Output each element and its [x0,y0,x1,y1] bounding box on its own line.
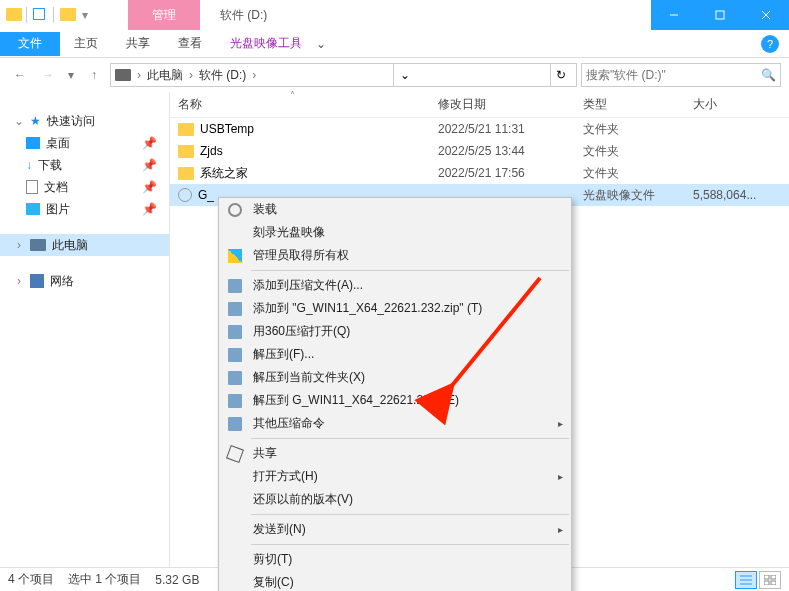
sidebar-item-pictures[interactable]: 图片📌 [0,198,169,220]
file-date: 2022/5/21 17:56 [438,166,583,180]
archive-icon [226,300,244,318]
menu-item[interactable]: 刻录光盘映像 [219,221,571,244]
maximize-button[interactable] [697,0,743,30]
menu-item-label: 剪切(T) [253,551,292,568]
share-icon [226,445,244,463]
status-selection: 选中 1 个项目 [68,571,141,588]
svg-rect-10 [764,581,769,585]
menu-item[interactable]: 管理员取得所有权 [219,244,571,267]
pin-icon: 📌 [142,158,157,172]
menu-item-label: 还原以前的版本(V) [253,491,353,508]
file-name: Zjds [200,144,223,158]
menu-item[interactable]: 添加到 "G_WIN11_X64_22621.232.zip" (T) [219,297,571,320]
contextual-tabs: 管理 软件 (D:) [128,0,287,30]
pc-icon [115,69,131,81]
menu-item-label: 打开方式(H) [253,468,318,485]
minimize-button[interactable] [651,0,697,30]
folder-icon[interactable] [60,8,74,22]
file-name: 系统之家 [200,165,248,182]
pictures-icon [26,203,40,215]
menu-item[interactable]: 解压到(F)... [219,343,571,366]
menu-item[interactable]: 解压到当前文件夹(X) [219,366,571,389]
contextual-tab-manage[interactable]: 管理 [128,0,200,30]
ribbon-tab-disc-tools[interactable]: 光盘映像工具 [216,32,316,56]
file-name: USBTemp [200,122,254,136]
quick-access-toolbar: ▾ [0,0,88,30]
menu-separator [251,544,569,545]
column-header-type[interactable]: 类型 [583,96,693,113]
chevron-right-icon[interactable]: › [189,68,193,82]
pin-icon: 📌 [142,202,157,216]
file-row[interactable]: Zjds2022/5/25 13:44文件夹 [170,140,789,162]
chevron-right-icon[interactable]: › [252,68,256,82]
svg-rect-1 [716,11,724,19]
properties-icon[interactable] [33,8,47,22]
sidebar-item-downloads[interactable]: ↓下载📌 [0,154,169,176]
breadcrumb[interactable]: 此电脑 [147,67,183,84]
menu-item-label: 刻录光盘映像 [253,224,325,241]
menu-item-label: 添加到压缩文件(A)... [253,277,363,294]
column-header-size[interactable]: 大小 [693,96,789,113]
archive-icon [226,277,244,295]
sidebar-item-documents[interactable]: 文档📌 [0,176,169,198]
ribbon-tab-home[interactable]: 主页 [60,32,112,56]
search-icon[interactable]: 🔍 [761,68,776,82]
ribbon-tab-share[interactable]: 共享 [112,32,164,56]
menu-item[interactable]: 其他压缩命令 [219,412,571,435]
menu-item[interactable]: 装载 [219,198,571,221]
file-menu[interactable]: 文件 [0,32,60,56]
file-row[interactable]: 系统之家2022/5/21 17:56文件夹 [170,162,789,184]
menu-item[interactable]: 解压到 G_WIN11_X64_22621.232\ (E) [219,389,571,412]
address-bar-row: ← → ▾ ↑ › 此电脑 › 软件 (D:) › ⌄ ↻ 🔍 [0,58,789,92]
sidebar-this-pc[interactable]: ›此电脑 [0,234,169,256]
menu-item-label: 装载 [253,201,277,218]
star-icon: ★ [30,114,41,128]
search-box[interactable]: 🔍 [581,63,781,87]
address-bar[interactable]: › 此电脑 › 软件 (D:) › ⌄ ↻ [110,63,577,87]
menu-item-label: 添加到 "G_WIN11_X64_22621.232.zip" (T) [253,300,482,317]
forward-button[interactable]: → [36,63,60,87]
menu-item[interactable]: 添加到压缩文件(A)... [219,274,571,297]
archive-icon [226,415,244,433]
sidebar-network[interactable]: ›网络 [0,270,169,292]
close-button[interactable] [743,0,789,30]
help-button[interactable]: ? [761,35,779,53]
folder-icon [178,167,194,180]
ribbon-tab-view[interactable]: 查看 [164,32,216,56]
up-button[interactable]: ↑ [82,63,106,87]
svg-rect-11 [771,581,776,585]
column-header-date[interactable]: 修改日期 [438,96,583,113]
menu-item-label: 用360压缩打开(Q) [253,323,350,340]
file-type: 文件夹 [583,165,693,182]
details-view-button[interactable] [735,571,757,589]
menu-item[interactable]: 复制(C) [219,571,571,591]
archive-icon [226,392,244,410]
document-icon [26,180,38,194]
menu-item[interactable]: 发送到(N) [219,518,571,541]
download-icon: ↓ [26,158,32,172]
file-rows: USBTemp2022/5/21 11:31文件夹Zjds2022/5/25 1… [170,118,789,206]
recent-dropdown[interactable]: ▾ [64,63,78,87]
chevron-down-icon[interactable]: ▾ [82,8,88,22]
back-button[interactable]: ← [8,63,32,87]
menu-item[interactable]: 用360压缩打开(Q) [219,320,571,343]
context-menu: 装载刻录光盘映像管理员取得所有权添加到压缩文件(A)...添加到 "G_WIN1… [218,197,572,591]
chevron-right-icon[interactable]: › [137,68,141,82]
menu-item[interactable]: 打开方式(H) [219,465,571,488]
menu-item[interactable]: 剪切(T) [219,548,571,571]
search-input[interactable] [586,68,761,82]
ribbon-expand-icon[interactable]: ⌄ [316,37,326,51]
file-type: 光盘映像文件 [583,187,693,204]
refresh-button[interactable]: ↻ [550,64,572,86]
file-row[interactable]: USBTemp2022/5/21 11:31文件夹 [170,118,789,140]
thumbnails-view-button[interactable] [759,571,781,589]
address-dropdown-icon[interactable]: ⌄ [393,64,415,86]
ribbon: 文件 主页 共享 查看 光盘映像工具 ⌄ ? [0,30,789,58]
column-header-name[interactable]: 名称 [178,96,438,113]
menu-item[interactable]: 还原以前的版本(V) [219,488,571,511]
window-controls [651,0,789,30]
sidebar-item-desktop[interactable]: 桌面📌 [0,132,169,154]
breadcrumb[interactable]: 软件 (D:) [199,67,246,84]
menu-item[interactable]: 共享 [219,442,571,465]
sidebar-quick-access[interactable]: ⌄★快速访问 [0,110,169,132]
